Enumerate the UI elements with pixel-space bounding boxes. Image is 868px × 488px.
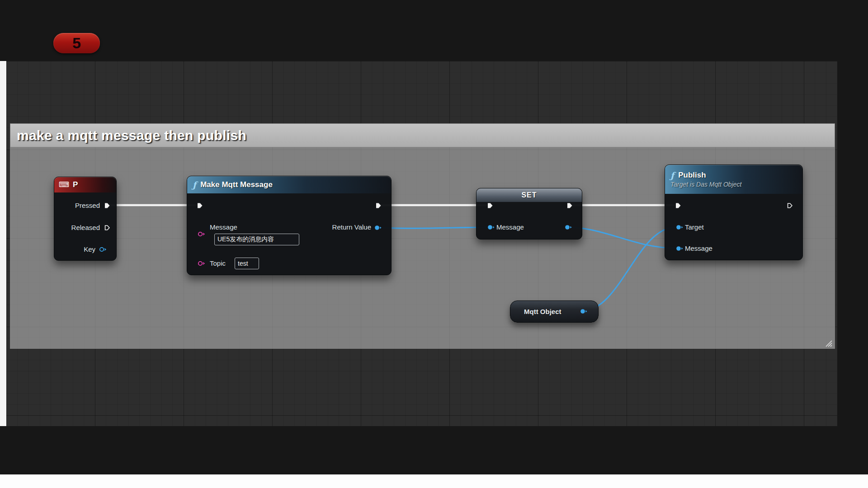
pin-label-target: Target [685, 223, 704, 232]
node-keyboard-p-title: P [73, 180, 78, 189]
exec-in-pin-set[interactable] [486, 202, 494, 209]
node-publish-header[interactable]: ƒ Publish Target is Das Mqtt Object [665, 165, 802, 194]
node-mqtt-object[interactable]: Mqtt Object [510, 300, 599, 323]
node-publish[interactable]: ƒ Publish Target is Das Mqtt Object Targ… [665, 164, 803, 260]
pin-label-released: Released [71, 223, 100, 232]
pin-label-return-value: Return Value [332, 223, 371, 232]
node-make-mqtt-message[interactable]: ƒ Make Mqtt Message Message Return Value… [187, 176, 392, 275]
data-pin-publish-target[interactable] [676, 224, 683, 231]
step-badge: 5 [53, 33, 100, 53]
pin-label-pressed: Pressed [75, 201, 100, 210]
page-margin-left [0, 61, 6, 426]
comment-header[interactable]: make a mqtt message then publish [10, 124, 835, 147]
comment-title: make a mqtt message then publish [17, 128, 246, 143]
node-make-mqtt-message-title: Make Mqtt Message [200, 180, 273, 189]
pin-label-key: Key [84, 245, 95, 254]
node-keyboard-p[interactable]: ⌨ P Pressed Released Key [54, 177, 117, 261]
pin-label-message-input: Message [210, 223, 237, 232]
function-icon: ƒ [193, 181, 196, 189]
data-pin-publish-message[interactable] [676, 245, 683, 252]
node-set-message[interactable]: SET Message [476, 188, 582, 239]
exec-in-pin-publish[interactable] [675, 202, 682, 209]
message-value-input[interactable] [214, 234, 299, 245]
node-make-mqtt-message-header[interactable]: ƒ Make Mqtt Message [187, 176, 391, 193]
node-publish-subtitle: Target is Das Mqtt Object [670, 181, 741, 188]
data-pin-message-input[interactable] [198, 230, 205, 238]
ue-blueprint-editor: make a mqtt message then publish ⌨ P Pre… [0, 0, 868, 488]
exec-out-pin-publish[interactable] [786, 202, 793, 209]
exec-in-pin-make[interactable] [196, 202, 203, 209]
node-set-header[interactable]: SET [476, 188, 582, 202]
page-margin-bottom [0, 474, 868, 488]
node-mqtt-object-title: Mqtt Object [524, 308, 561, 315]
data-pin-topic[interactable] [198, 260, 205, 267]
exec-out-pin-released[interactable] [104, 224, 111, 231]
data-pin-key[interactable] [99, 246, 106, 253]
comment-resize-handle[interactable] [825, 340, 833, 347]
pin-label-publish-message: Message [685, 244, 712, 253]
node-set-title: SET [521, 191, 537, 199]
pin-label-topic: Topic [210, 259, 226, 268]
keyboard-icon: ⌨ [59, 181, 69, 188]
exec-out-pin-make[interactable] [375, 202, 382, 209]
exec-out-pin-set[interactable] [566, 202, 573, 209]
data-pin-return-value[interactable] [374, 224, 382, 231]
data-pin-set-message-out[interactable] [565, 224, 572, 231]
topic-value-input[interactable] [235, 258, 259, 269]
node-publish-title: Publish [678, 171, 706, 180]
data-pin-set-message-in[interactable] [487, 224, 495, 231]
step-badge-number: 5 [72, 34, 81, 52]
data-pin-mqtt-object-out[interactable] [580, 308, 587, 315]
exec-out-pin-pressed[interactable] [104, 202, 111, 209]
function-icon: ƒ [670, 171, 674, 180]
node-keyboard-p-header[interactable]: ⌨ P [54, 177, 116, 192]
pin-label-set-message: Message [496, 223, 524, 232]
